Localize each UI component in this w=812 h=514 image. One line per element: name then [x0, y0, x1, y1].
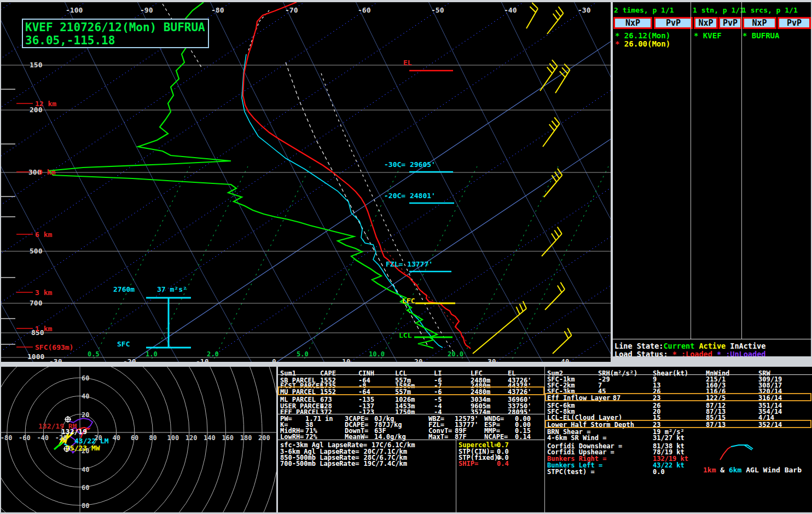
item-label: KVEF	[703, 31, 722, 40]
item-label: 26.00(Mon)	[624, 39, 670, 48]
bottom-temp-label: 10	[342, 358, 351, 362]
line-state-segment: InActive	[726, 342, 765, 350]
skewt-canvas	[1, 2, 611, 362]
mixing-ratio-label: 2.0	[207, 351, 219, 357]
hodo-axis-label: 160	[222, 435, 234, 441]
divider	[691, 2, 691, 339]
top-temp-label: -50	[431, 7, 444, 14]
next-page-button[interactable]: NxP	[613, 17, 652, 29]
lcl-marker-label: LCL	[399, 332, 411, 339]
mixing-ratio-label: 5.0	[297, 351, 309, 357]
bottom-temp-label: -30	[49, 358, 62, 362]
time-list-item[interactable]: * 26.00(Mon)	[615, 40, 670, 48]
bottom-temp-label: -20	[123, 358, 136, 362]
load-status-segment: :Loaded	[681, 350, 717, 356]
time-list-item[interactable]: * 26.12(Mon)	[615, 32, 670, 39]
hodo-axis-label: 80	[149, 435, 156, 441]
nsharp-app: KVEF 210726/12(Mon) BUFRUA 36.05,-115.18…	[0, 0, 812, 514]
loaded-star-icon: *	[615, 31, 624, 40]
height-label: 6 km	[35, 231, 52, 238]
height-label: 1 km	[35, 325, 52, 332]
prev-page-button[interactable]: PvP	[654, 17, 693, 29]
pressure-label: 1000	[27, 353, 44, 360]
load-status-segment: *	[672, 350, 681, 356]
data-selection-panel: 2 times, p 1/11 stn, p 1/11 srcs, p 1/1N…	[613, 2, 811, 356]
hodo-axis-label: 60	[82, 484, 89, 491]
top-temp-label: -30	[578, 7, 590, 14]
mixing-ratio-label: 0.5	[88, 351, 100, 357]
pressure-label: 500	[30, 247, 42, 255]
top-temp-label: -60	[358, 7, 370, 14]
next-page-button[interactable]: NxP	[694, 17, 718, 29]
line-state-segment: Line State:	[614, 342, 663, 350]
line-state-segment: Current	[663, 342, 694, 350]
fzl-marker-label: FZL= 13777'	[386, 261, 433, 268]
height-label: 3 km	[35, 289, 52, 296]
hodograph-panel[interactable]: 20406080100120140160180200220-20-40-60-8…	[1, 367, 276, 512]
bottom-temp-label: 30	[488, 358, 496, 362]
hodo-axis-label: 80	[82, 503, 89, 509]
pressure-label: 150	[30, 61, 42, 68]
hodo-axis-label: -60	[19, 435, 31, 441]
list-header: 1 srcs, p 1/1	[742, 7, 798, 14]
station-list-item[interactable]: * KVEF	[694, 32, 722, 39]
bottom-temp-label: 0	[272, 358, 276, 362]
line-state-segment: Active	[694, 342, 726, 350]
hodo-axis-label: 60	[131, 435, 138, 441]
load-status-row: Load Status: * :Loaded * :UnLoaded	[614, 351, 765, 356]
hodo-axis-label: 40	[82, 393, 89, 400]
hodo-axis-label: 200	[258, 435, 270, 441]
pressure-label: 700	[30, 299, 42, 307]
list-header: 2 times, p 1/1	[614, 7, 674, 14]
mixing-ratio-label: 10.0	[369, 351, 385, 357]
source-list-item[interactable]: * BUFRUA	[743, 32, 779, 39]
height-label: 12 km	[35, 100, 56, 107]
loaded-star-icon: *	[615, 39, 624, 48]
bottom-temp-label: 40	[561, 358, 570, 362]
height-label: 9 km	[38, 169, 55, 176]
top-temp-label: -90	[140, 7, 153, 14]
bottom-temp-label: 20	[414, 358, 423, 362]
hodo-axis-label: 20	[82, 412, 89, 418]
prev-page-button[interactable]: PvP	[778, 17, 811, 29]
hodo-axis-label: 60	[82, 375, 89, 382]
minus30c-marker-label: -30C= 29605'	[384, 161, 436, 168]
inflow-depth-label: 2760m	[113, 286, 135, 293]
item-label: BUFRUA	[752, 31, 780, 40]
el-marker-label: EL	[403, 59, 412, 66]
storm-motion-label: 132/19	[61, 428, 87, 435]
windbarb-legend: 1km & 6km AGL Wind Barb	[703, 466, 802, 473]
divider	[741, 2, 742, 339]
height-label: SFC(693m)	[35, 344, 73, 351]
windbarb-legend-segment: AGL Wind Barb	[741, 466, 802, 474]
windbarb-legend-segment: 1km	[703, 466, 716, 474]
hodo-axis-label: 40	[82, 466, 89, 473]
lfc-marker-label: LFC	[402, 297, 415, 304]
mixing-ratio-label: 20.0	[448, 351, 463, 357]
hodo-axis-label: 40	[113, 435, 120, 441]
loaded-star-icon: *	[743, 31, 752, 40]
top-temp-label: -70	[285, 7, 298, 14]
hodo-axis-label: 120	[185, 435, 198, 441]
line-state-row: Line State:Current Active InActive	[614, 343, 765, 350]
windbarb-legend-segment: 6km	[729, 466, 741, 474]
load-status-segment: :UnLoaded	[726, 350, 765, 356]
mixing-ratio-label: 1.0	[146, 351, 158, 357]
parameter-panel: Sum1CAPECINHLCLLILFCELSB PARCEL1552-6455…	[278, 367, 812, 512]
hodo-axis-label: -40	[37, 435, 49, 441]
next-page-button[interactable]: NxP	[743, 17, 776, 29]
storm-motion-barb-graphic	[278, 367, 812, 512]
sounding-coords: 36.05,-115.18	[25, 34, 206, 47]
windbarb-legend-segment: &	[716, 466, 728, 474]
skewt-panel[interactable]: KVEF 210726/12(Mon) BUFRUA 36.05,-115.18…	[1, 2, 611, 362]
list-header: 1 stn, p 1/1	[693, 7, 744, 14]
divider	[613, 339, 811, 339]
prev-page-button[interactable]: PvP	[718, 17, 742, 29]
hodo-axis-label: 100	[167, 435, 179, 441]
item-label: 26.12(Mon)	[624, 31, 670, 40]
loaded-star-icon: *	[694, 31, 703, 40]
top-temp-label: -40	[504, 7, 517, 14]
minus20c-marker-label: -20C= 24801'	[384, 192, 436, 199]
top-temp-label: -80	[211, 7, 224, 14]
bottom-temp-label: -10	[196, 358, 208, 362]
